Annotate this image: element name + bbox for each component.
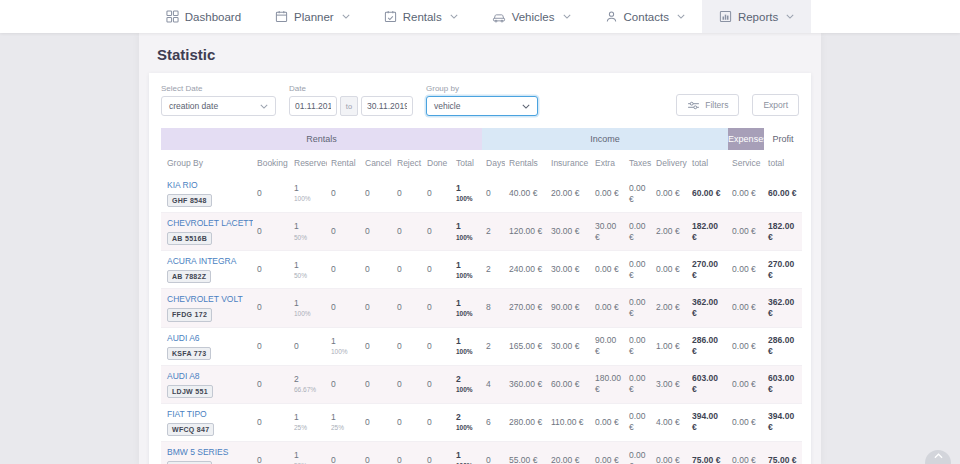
table-cell: 0.00 € <box>728 403 764 441</box>
license-plate-badge: FFDG 172 <box>167 308 212 321</box>
nav-item-dashboard[interactable]: Dashboard <box>149 0 258 33</box>
filters-button[interactable]: Filters <box>676 94 739 116</box>
chevron-down-icon <box>342 14 350 19</box>
table-cell: 0 <box>327 251 361 289</box>
nav-item-vehicles[interactable]: Vehicles <box>475 0 588 33</box>
table-cell: 286.00 € <box>688 327 728 365</box>
export-button-label: Export <box>763 100 788 110</box>
planner-icon <box>275 10 288 23</box>
table-cell: 30.00 € <box>547 251 591 289</box>
table-cell: 0.00 € <box>591 441 625 464</box>
vehicle-link[interactable]: CHEVROLET LACETTI <box>167 218 249 229</box>
export-button[interactable]: Export <box>752 94 799 116</box>
table-cell: 0.00 € <box>625 213 652 251</box>
column-header: Days <box>482 150 505 175</box>
vehicle-cell: AUDI A6KSFA 773 <box>161 327 253 365</box>
column-header: Booking <box>253 150 290 175</box>
table-cell: 0.00 € <box>728 289 764 327</box>
column-header: total <box>688 150 728 175</box>
table-cell: 0 <box>482 175 505 213</box>
content-area: Statistic Select Date creation date Date… <box>139 33 821 464</box>
column-group-expenses: Expenses <box>728 128 764 150</box>
select-date-dropdown[interactable]: creation date <box>161 96 276 116</box>
vehicle-cell: BMW 5 SERIESJKQE 218 <box>161 441 253 464</box>
table-cell: 0 <box>253 403 290 441</box>
table-row: CHEVROLET LACETTIAB 5516B0150%00001100%2… <box>161 213 802 251</box>
table-cell: 0 <box>327 441 361 464</box>
table-cell: 1100% <box>290 289 327 327</box>
license-plate-badge: LDJW 551 <box>167 385 213 398</box>
table-cell: 2.00 € <box>652 289 688 327</box>
column-group-income: Income <box>482 128 728 150</box>
table-cell: 60.00 € <box>764 175 802 213</box>
column-group-row: RentalsIncomeExpensesProfit <box>161 128 802 150</box>
column-header: Delivery <box>652 150 688 175</box>
table-cell: 180.00 € <box>591 365 625 403</box>
table-cell: 0 <box>253 175 290 213</box>
vehicle-link[interactable]: AUDI A6 <box>167 333 249 344</box>
table-cell: 0 <box>290 327 327 365</box>
table-cell: 150% <box>290 441 327 464</box>
table-cell: 0 <box>253 251 290 289</box>
table-cell: 60.00 € <box>688 175 728 213</box>
nav-item-label: Vehicles <box>512 11 555 23</box>
date-label: Date <box>289 84 413 93</box>
column-header: Total <box>452 150 482 175</box>
table-cell: 150% <box>290 251 327 289</box>
table-cell: 30.00 € <box>591 213 625 251</box>
table-cell: 110.00 € <box>547 403 591 441</box>
vehicle-cell: FIAT TIPOWFCQ 847 <box>161 403 253 441</box>
table-cell: 362.00 € <box>688 289 728 327</box>
column-header: Insurance <box>547 150 591 175</box>
table-cell: 240.00 € <box>505 251 547 289</box>
date-field: Date to <box>289 84 413 116</box>
table-cell: 0 <box>253 441 290 464</box>
group-by-field: Group by vehicle <box>426 84 538 116</box>
vehicle-link[interactable]: BMW 5 SERIES <box>167 447 249 458</box>
table-cell: 0.00 € <box>625 441 652 464</box>
column-group-rentals: Rentals <box>161 128 482 150</box>
table-cell: 0 <box>327 289 361 327</box>
statistic-card: Select Date creation date Date to Group … <box>149 73 811 464</box>
chevron-down-icon <box>450 14 458 19</box>
nav-item-label: Dashboard <box>185 11 241 23</box>
table-cell: 0.00 € <box>591 251 625 289</box>
vehicle-link[interactable]: ACURA INTEGRA <box>167 256 249 267</box>
table-cell: 1100% <box>452 289 482 327</box>
table-cell: 0 <box>423 175 452 213</box>
table-cell: 394.00 € <box>764 403 802 441</box>
column-header: Extra <box>591 150 625 175</box>
group-by-dropdown[interactable]: vehicle <box>426 96 538 116</box>
table-cell: 125% <box>327 403 361 441</box>
table-cell: 0 <box>423 441 452 464</box>
date-to-input[interactable] <box>361 96 413 116</box>
table-cell: 0 <box>393 175 423 213</box>
vehicle-link[interactable]: FIAT TIPO <box>167 409 249 420</box>
nav-item-contacts[interactable]: Contacts <box>588 0 702 33</box>
table-cell: 40.00 € <box>505 175 547 213</box>
top-navigation: DashboardPlannerRentalsVehiclesContactsR… <box>0 0 960 33</box>
nav-item-reports[interactable]: Reports <box>702 0 811 33</box>
chevron-down-icon <box>786 14 794 19</box>
date-from-input[interactable] <box>289 96 337 116</box>
nav-item-rentals[interactable]: Rentals <box>367 0 475 33</box>
vehicle-link[interactable]: AUDI A8 <box>167 371 249 382</box>
filters-button-label: Filters <box>705 100 728 110</box>
table-cell: 0 <box>327 365 361 403</box>
license-plate-badge: AB 7882Z <box>167 270 211 283</box>
column-header: Reject <box>393 150 423 175</box>
table-row: FIAT TIPOWFCQ 8470125%125%0002100%6280.0… <box>161 403 802 441</box>
table-cell: 270.00 € <box>688 251 728 289</box>
table-cell: 0 <box>393 365 423 403</box>
table-cell: 266.67% <box>290 365 327 403</box>
table-cell: 0 <box>423 327 452 365</box>
nav-item-planner[interactable]: Planner <box>258 0 367 33</box>
table-cell: 0 <box>393 289 423 327</box>
table-cell: 3.00 € <box>652 365 688 403</box>
vehicle-link[interactable]: KIA RIO <box>167 180 249 191</box>
vehicle-link[interactable]: CHEVROLET VOLT <box>167 294 249 305</box>
table-cell: 1100% <box>452 251 482 289</box>
scroll-top-button[interactable] <box>925 450 951 464</box>
table-cell: 0 <box>253 365 290 403</box>
table-cell: 2100% <box>452 403 482 441</box>
